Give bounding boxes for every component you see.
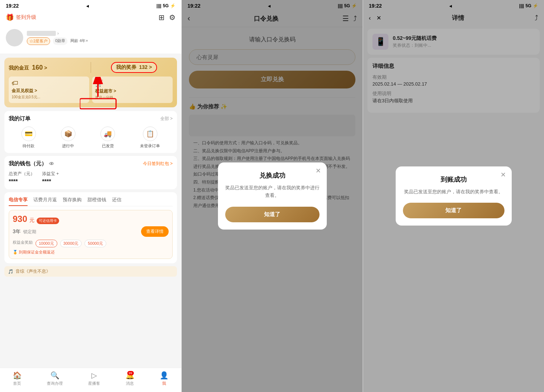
coupon-value: 132 <box>139 64 147 70</box>
me-icon: 👤 <box>160 371 169 380</box>
header-right: ⊞ ⚙ <box>158 13 176 22</box>
orders-link[interactable]: 全部 > <box>160 116 173 122</box>
exchange-success-modal: ✕ 兑换成功 奖品已发送至您的账户，请在我的奖券中进行查看。 知道了 <box>218 162 327 230</box>
avatar <box>6 29 23 46</box>
tab-prestore[interactable]: 预存换购 <box>63 197 82 206</box>
points-section: 我的金豆 160 > 我的奖券 132 > 🏷 金豆兑权益 > 100金豆兑0.… <box>4 58 177 107</box>
reward-badge-1[interactable]: 10000元 <box>36 240 57 247</box>
orders-section: 我的订单 全部 > 💳 待付款 📦 进行中 🚚 已发货 📋 未登录订单 <box>4 111 177 153</box>
bottom-nav: 🏠 首页 🔍 查询办理 ▷ 星播客 🔔 99 消息 👤 我 <box>0 368 181 392</box>
wallet-section: 我的钱包（元） 👁 今日签到红包 > 总资产（元） **** 添益宝 + ***… <box>4 156 177 189</box>
music-icon: 🎵 <box>8 269 13 274</box>
eye-icon[interactable]: 👁 <box>49 161 54 167</box>
user-profile-row: › ☆2星客户 0勋章 网龄 4年+ <box>6 29 176 46</box>
order-item-shipped[interactable]: 🚚 已发货 <box>100 127 115 149</box>
gold-beans-area[interactable]: 我的金豆 160 > <box>9 64 86 71</box>
benefit-title-1: 金豆兑权益 > <box>12 88 86 94</box>
tab-telecom-exclusive[interactable]: 电信专享 <box>9 197 28 206</box>
addyi-value: **** <box>42 178 59 185</box>
shipped-label: 已发货 <box>102 143 114 149</box>
benefit-icon-2: 🛒 <box>95 79 170 87</box>
tab-monthly-return[interactable]: 话费月月返 <box>33 197 57 206</box>
pay-label: 待付款 <box>22 143 34 149</box>
tab-sweet-orange[interactable]: 甜橙借钱 <box>87 197 106 206</box>
star-tag: ☆2星客户 <box>27 37 50 45</box>
progress-icon: 📦 <box>61 127 75 141</box>
nav-me[interactable]: 👤 我 <box>160 371 169 386</box>
benefits-row: 🏷 金豆兑权益 > 100金豆兑0.5元... 🛒 权益超市 > 首月一分钱 <box>9 77 173 103</box>
order-item-progress[interactable]: 📦 进行中 <box>61 127 75 149</box>
user-info: › ☆2星客户 0勋章 网龄 4年+ <box>27 31 176 45</box>
panel3-modal-close-btn[interactable]: ✕ <box>500 171 506 179</box>
years-value: 3年 <box>13 228 21 234</box>
home-icon: 🏠 <box>13 371 22 380</box>
addyi: 添益宝 + **** <box>42 171 59 185</box>
nav-message[interactable]: 🔔 99 消息 <box>125 371 135 386</box>
system-icons-1: |||| 5G ⚡ <box>157 3 176 8</box>
nav-star[interactable]: ▷ 星播客 <box>88 371 100 386</box>
pay-icon: 💳 <box>21 127 36 141</box>
panel3-modal-title: 到账成功 <box>403 175 504 184</box>
progress-label: 进行中 <box>62 143 74 149</box>
wallet-title: 我的钱包（元） <box>9 160 47 167</box>
network-label-1: 5G <box>163 3 169 8</box>
modal-title-2: 兑换成功 <box>225 171 320 180</box>
benefit-title-2: 权益超市 > <box>95 88 170 94</box>
addyi-label: 添益宝 + <box>42 171 59 177</box>
age-tag: 网龄 4年+ <box>70 37 88 45</box>
modal-close-btn-2[interactable]: ✕ <box>316 167 321 175</box>
benefit-card-1[interactable]: 🏷 金豆兑权益 > 100金豆兑0.5元... <box>9 77 89 103</box>
coupon-label: 我的奖券 <box>116 64 136 70</box>
nav-query[interactable]: 🔍 查询办理 <box>47 371 63 386</box>
qr-icon[interactable]: ⊞ <box>158 13 165 22</box>
panel3-modal-desc: 奖品已发送至您的账户，请在我的奖券中查看。 <box>403 188 504 196</box>
today-checkin[interactable]: 今日签到红包 > <box>143 161 173 167</box>
nav-home[interactable]: 🏠 首页 <box>13 371 22 386</box>
credit-tag: 可还信用卡 <box>37 218 59 224</box>
star-icon: ▷ <box>91 371 97 380</box>
order-item-no-login[interactable]: 📋 未登录订单 <box>140 127 160 149</box>
query-label: 查询办理 <box>47 381 63 386</box>
my-coupon-btn[interactable]: 我的奖券 132 > <box>111 62 157 73</box>
coupon-area[interactable]: 我的奖券 132 > <box>95 62 173 73</box>
shipped-icon: 🚚 <box>100 127 115 141</box>
reward-badge-3[interactable]: 50000元 <box>85 240 106 247</box>
tab-credit[interactable]: 还信 <box>112 197 121 206</box>
gold-beans-arrow: > <box>44 65 47 71</box>
home-label: 首页 <box>13 381 21 386</box>
order-item-pay[interactable]: 💳 待付款 <box>21 127 36 149</box>
total-assets: 总资产（元） **** <box>9 171 35 185</box>
benefit-sub-2: 首月一分钱 <box>95 95 170 100</box>
points-row: 我的金豆 160 > 我的奖券 132 > <box>9 62 173 73</box>
music-bar[interactable]: 🎵 音综《声生不息》 <box>4 266 177 277</box>
gold-beans-value: 160 <box>32 64 43 71</box>
battery-icon-1: ⚡ <box>170 3 176 8</box>
exchange-success-overlay: ✕ 兑换成功 奖品已发送至您的账户，请在我的奖券中进行查看。 知道了 <box>182 0 363 392</box>
signal-icon-1: |||| <box>157 3 161 8</box>
panel3-success-overlay: ✕ 到账成功 奖品已发送至您的账户，请在我的奖券中查看。 知道了 <box>363 0 544 392</box>
wallet-header: 我的钱包（元） 👁 今日签到红包 > <box>9 160 173 167</box>
user-tags: ☆2星客户 0勋章 网龄 4年+ <box>27 37 176 45</box>
no-login-label: 未登录订单 <box>140 143 160 149</box>
total-assets-value: **** <box>9 178 35 185</box>
panel3-modal-confirm-btn[interactable]: 知道了 <box>403 203 504 218</box>
check-detail-btn[interactable]: 查看详情 <box>141 226 169 237</box>
reward-badge-2[interactable]: 30000元 <box>60 240 82 247</box>
settings-icon[interactable]: ⚙ <box>169 13 176 22</box>
home-panel: 19:22 ◂ |||| 5G ⚡ 🎁 签到升级 ⊞ ⚙ › <box>0 0 181 392</box>
order-icons-row: 💳 待付款 📦 进行中 🚚 已发货 📋 未登录订单 <box>9 127 173 149</box>
price-main: 930 <box>13 214 27 224</box>
profile-arrow[interactable]: › <box>57 31 59 36</box>
guarantee-text: 🏅 到期保证金全额返还 <box>13 249 169 255</box>
checkin-label[interactable]: 签到升级 <box>16 14 36 21</box>
rewards-label: 权益金奖励 <box>13 240 33 247</box>
gold-beans-label: 我的金豆 <box>9 65 29 71</box>
no-login-icon: 📋 <box>143 127 157 141</box>
user-section: › ☆2星客户 0勋章 网龄 4年+ <box>0 26 181 54</box>
modal-confirm-btn-2[interactable]: 知道了 <box>225 207 320 222</box>
gift-icon: 🎁 <box>6 13 14 21</box>
status-bar-1: 19:22 ◂ |||| 5G ⚡ <box>0 0 181 10</box>
years-info: 3年 锁定期 <box>13 228 36 235</box>
benefit-card-2[interactable]: 🛒 权益超市 > 首月一分钱 <box>92 77 173 103</box>
telecom-card: 930 元 可还信用卡 3年 锁定期 查看详情 权益金奖励 10000元 300… <box>9 210 173 259</box>
